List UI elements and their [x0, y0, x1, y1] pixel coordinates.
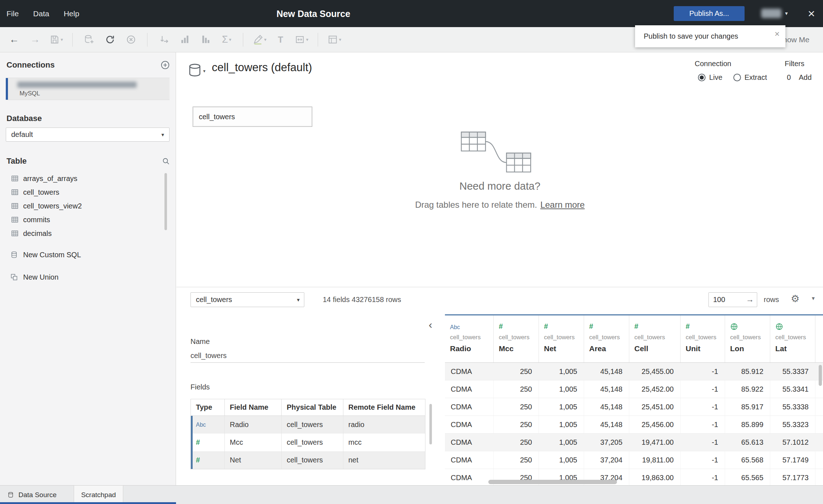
sort-descending-button[interactable] [197, 31, 215, 48]
canvas-table-card[interactable]: cell_towers [193, 107, 312, 127]
refresh-button[interactable] [101, 31, 119, 48]
new-data-source-button[interactable] [80, 31, 98, 48]
preview-table-select[interactable]: cell_towers ▾ [190, 292, 304, 307]
totals-button[interactable]: Σ ▾ [218, 31, 236, 48]
radio-unselected-icon [733, 74, 741, 81]
text-label-button[interactable]: T [271, 31, 290, 48]
sidebar: Connections MySQL Database default ▾ Tab… [0, 52, 176, 485]
grid-cell: 57.1749 [770, 451, 815, 469]
table-name-input[interactable] [190, 349, 425, 363]
column-header-remote-field-name: Remote Field Name [343, 399, 425, 415]
fit-button[interactable]: ▾ [292, 31, 310, 48]
table-item-commits[interactable]: commits [0, 213, 176, 227]
radio-selected-icon [698, 74, 706, 81]
preview-toolbar: cell_towers ▾ 14 fields 43276158 rows → … [176, 287, 823, 314]
database-select[interactable]: default ▾ [6, 128, 170, 142]
window-close-button[interactable]: × [802, 0, 820, 27]
grid-row: CDMA 250 1,005 37,205 19,471.00 -1 65.61… [445, 434, 823, 451]
grid-column-unit[interactable]: # cell_towers Unit [681, 315, 725, 362]
undo-button[interactable]: ← [5, 31, 23, 48]
grid-cell: 250 [494, 434, 539, 451]
new-custom-sql-button[interactable]: New Custom SQL [0, 247, 176, 262]
menu-data[interactable]: Data [33, 9, 49, 18]
swap-axes-button[interactable] [155, 31, 173, 48]
tab-label: Data Source [18, 491, 57, 499]
grid-cell: 1,005 [539, 363, 584, 380]
chevron-down-icon[interactable]: ▾ [812, 295, 815, 302]
grid-vertical-scrollbar[interactable] [819, 365, 822, 386]
redo-button[interactable]: → [26, 31, 44, 48]
field-row-radio[interactable]: Abc Radio cell_towers radio [191, 416, 425, 434]
live-radio[interactable]: Live [698, 73, 723, 82]
number-type-icon: # [499, 322, 503, 331]
grid-cell: 250 [494, 398, 539, 415]
menu-file[interactable]: File [7, 9, 19, 18]
chevron-down-icon: ▾ [61, 37, 63, 42]
grid-column-table: cell_towers [450, 334, 493, 341]
learn-more-link[interactable]: Learn more [540, 200, 585, 210]
gear-icon[interactable]: ⚙ [791, 293, 800, 305]
add-connection-icon[interactable] [160, 60, 170, 70]
extract-radio[interactable]: Extract [733, 73, 767, 82]
remote-field-name-cell: net [343, 451, 425, 469]
statusbar: Data Source Scratchpad [0, 485, 823, 504]
grid-column-mcc[interactable]: # cell_towers Mcc [494, 315, 539, 362]
table-item-label: cell_towers [23, 188, 59, 197]
save-button[interactable]: ▾ [47, 31, 65, 48]
row-count-input[interactable] [709, 293, 745, 307]
table-list-scrollbar[interactable] [164, 173, 167, 230]
grid-cell: 250 [494, 380, 539, 398]
grid-cell: 19,811.00 [629, 451, 681, 469]
tooltip-close-button[interactable]: × [775, 30, 780, 38]
new-union-button[interactable]: New Union [0, 270, 176, 284]
fields-table-scrollbar[interactable] [429, 404, 432, 444]
table-item-arrays-of-arrays[interactable]: arrays_of_arrays [0, 172, 176, 185]
tab-data-source[interactable]: Data Source [0, 486, 74, 504]
user-menu[interactable]: ▾ [761, 7, 788, 20]
chevron-down-icon[interactable]: ▾ [203, 68, 206, 74]
cancel-update-button[interactable] [122, 31, 140, 48]
data-source-title[interactable]: cell_towers (default) [212, 61, 312, 74]
connection-name-redacted [17, 82, 137, 88]
grid-column-area[interactable]: # cell_towers Area [584, 315, 629, 362]
column-header-physical-table: Physical Table [282, 399, 343, 415]
table-item-cell-towers[interactable]: cell_towers [0, 185, 176, 199]
grid-cell: -1 [681, 451, 725, 469]
field-row-net[interactable]: # Net cell_towers net [191, 451, 425, 469]
new-union-label: New Union [23, 273, 59, 281]
table-header: Table [7, 156, 27, 166]
grid-cell: -1 [681, 416, 725, 433]
table-item-decimals[interactable]: decimals [0, 227, 176, 240]
grid-cell: 57.1773 [770, 469, 815, 485]
grid-column-lon[interactable]: cell_towers Lon [725, 315, 770, 362]
collapse-panel-button[interactable]: ‹ [429, 319, 432, 330]
apply-row-count-icon[interactable]: → [746, 295, 754, 304]
field-name-cell: Radio [225, 416, 282, 434]
grid-column-cell[interactable]: # cell_towers Cell [629, 315, 681, 362]
data-source-icon[interactable] [187, 63, 202, 78]
publish-as-button[interactable]: Publish As... [674, 6, 745, 21]
grid-row: CDMA 250 1,005 45,148 25,455.00 -1 85.91… [445, 363, 823, 380]
connection-item[interactable]: MySQL [6, 78, 170, 100]
rows-label: rows [764, 296, 779, 304]
grid-column-net[interactable]: # cell_towers Net [539, 315, 584, 362]
grid-horizontal-scrollbar[interactable] [488, 480, 617, 484]
fields-table: Type Field Name Physical Table Remote Fi… [190, 399, 425, 469]
user-name-redacted [761, 9, 781, 18]
highlight-button[interactable]: ▾ [250, 31, 269, 48]
menu-help[interactable]: Help [64, 9, 79, 18]
grid-column-lat[interactable]: cell_towers Lat [770, 315, 815, 362]
chevron-down-icon: ▾ [161, 132, 164, 138]
grid-cell: 85.917 [725, 398, 770, 415]
show-hide-cards-button[interactable]: ▾ [325, 31, 343, 48]
field-row-mcc[interactable]: # Mcc cell_towers mcc [191, 434, 425, 451]
sort-ascending-button[interactable] [176, 31, 194, 48]
add-filter-button[interactable]: Add [799, 73, 812, 82]
preview-table-value: cell_towers [196, 296, 232, 304]
name-label: Name [190, 337, 210, 346]
search-icon[interactable] [162, 157, 170, 165]
table-item-cell-towers-view2[interactable]: cell_towers_view2 [0, 199, 176, 213]
grid-column-radio[interactable]: Abc cell_towers Radio [445, 315, 494, 362]
refresh-icon [105, 34, 115, 45]
tab-scratchpad[interactable]: Scratchpad [74, 486, 123, 504]
